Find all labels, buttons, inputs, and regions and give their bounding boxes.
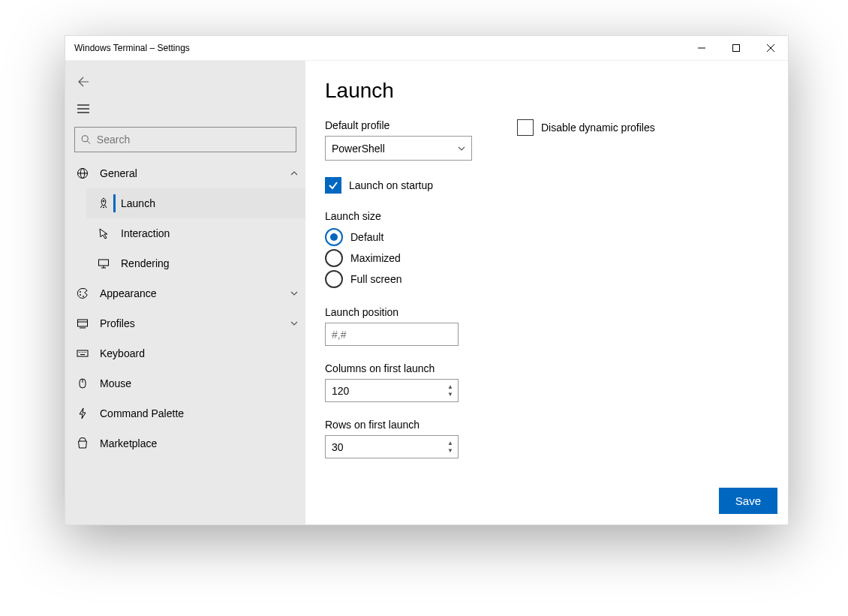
- nav-item-mouse[interactable]: Mouse: [65, 368, 305, 398]
- nav-label: Command Palette: [100, 407, 305, 419]
- rows-spinner[interactable]: 30 ▲▼: [325, 435, 459, 458]
- launch-size-fullscreen[interactable]: Full screen: [325, 269, 472, 290]
- nav-label: Appearance: [100, 287, 283, 299]
- launch-size-default[interactable]: Default: [325, 227, 472, 248]
- radio-default[interactable]: [325, 228, 343, 246]
- check-icon: [328, 180, 338, 191]
- profiles-icon: [76, 317, 89, 329]
- search-icon: [81, 134, 91, 145]
- nav-label: Profiles: [100, 317, 283, 329]
- search-input[interactable]: [95, 133, 290, 146]
- titlebar: Windows Terminal – Settings: [65, 36, 788, 61]
- rows-label: Rows on first launch: [325, 419, 472, 431]
- svg-rect-19: [78, 320, 88, 326]
- svg-rect-1: [733, 45, 740, 52]
- search-container: [74, 127, 296, 152]
- chevron-up-icon: [283, 170, 305, 177]
- svg-point-16: [80, 291, 81, 293]
- svg-rect-13: [99, 260, 109, 266]
- nav-item-marketplace[interactable]: Marketplace: [65, 428, 305, 458]
- nav-item-launch[interactable]: Launch: [86, 188, 305, 218]
- nav-label: Marketplace: [100, 437, 305, 449]
- rows-value: 30: [332, 441, 443, 453]
- cursor-icon: [97, 227, 110, 239]
- command-icon: [76, 407, 89, 419]
- nav-label: Keyboard: [100, 347, 305, 359]
- disable-dynamic-profiles-label: Disable dynamic profiles: [541, 122, 655, 134]
- nav-item-profiles[interactable]: Profiles: [65, 308, 305, 338]
- nav-general-children: Launch Interaction Rendering: [65, 188, 305, 278]
- palette-icon: [76, 287, 89, 299]
- window-body: General Launch: [65, 61, 788, 524]
- form-left-column: Default profile PowerShell Launch on sta…: [325, 119, 472, 458]
- columns-spinner[interactable]: 120 ▲▼: [325, 379, 459, 402]
- svg-point-12: [103, 200, 104, 202]
- default-profile-select[interactable]: PowerShell: [325, 136, 472, 161]
- default-profile-value: PowerShell: [332, 143, 458, 155]
- form-area: Default profile PowerShell Launch on sta…: [325, 119, 768, 458]
- spinner-down-icon[interactable]: ▼: [447, 392, 453, 398]
- launch-on-startup-checkbox[interactable]: [325, 177, 341, 194]
- disable-dynamic-profiles-checkbox[interactable]: [517, 119, 534, 136]
- launch-size-maximized[interactable]: Maximized: [325, 248, 472, 269]
- window-title: Windows Terminal – Settings: [74, 43, 190, 53]
- spinner-up-icon[interactable]: ▲: [447, 384, 453, 390]
- nav: General Launch: [65, 158, 305, 524]
- chevron-down-icon: [283, 320, 305, 327]
- keyboard-icon: [76, 347, 89, 359]
- marketplace-icon: [76, 437, 89, 449]
- close-button[interactable]: [753, 36, 788, 60]
- content-pane: Launch Default profile PowerShell: [305, 61, 788, 524]
- launch-size-label: Launch size: [325, 210, 472, 222]
- svg-point-17: [80, 294, 81, 296]
- radio-maximized[interactable]: [325, 249, 343, 267]
- monitor-icon: [97, 257, 110, 269]
- nav-item-rendering[interactable]: Rendering: [86, 248, 305, 278]
- sidebar: General Launch: [65, 61, 305, 524]
- radio-fullscreen[interactable]: [325, 270, 343, 288]
- radio-label: Maximized: [350, 252, 401, 264]
- radio-label: Default: [350, 231, 383, 243]
- rocket-icon: [97, 197, 110, 209]
- spinner-up-icon[interactable]: ▲: [447, 440, 453, 446]
- hamburger-button[interactable]: [68, 95, 98, 122]
- maximize-button[interactable]: [719, 36, 753, 60]
- save-button[interactable]: Save: [719, 488, 777, 514]
- svg-point-7: [82, 136, 88, 142]
- globe-icon: [76, 167, 89, 179]
- nav-item-appearance[interactable]: Appearance: [65, 278, 305, 308]
- nav-item-keyboard[interactable]: Keyboard: [65, 338, 305, 368]
- svg-point-18: [83, 296, 84, 297]
- chevron-down-icon: [458, 143, 465, 155]
- page-title: Launch: [325, 79, 768, 103]
- columns-label: Columns on first launch: [325, 362, 472, 374]
- mouse-icon: [76, 377, 89, 389]
- disable-dynamic-profiles-row[interactable]: Disable dynamic profiles: [517, 119, 655, 136]
- nav-label: Rendering: [121, 257, 305, 269]
- spinner-down-icon[interactable]: ▼: [447, 448, 453, 454]
- nav-label: General: [100, 167, 283, 179]
- nav-item-command-palette[interactable]: Command Palette: [65, 398, 305, 428]
- hamburger-icon: [77, 104, 89, 113]
- search-box[interactable]: [74, 127, 296, 152]
- spinner-buttons[interactable]: ▲▼: [443, 440, 458, 454]
- launch-position-label: Launch position: [325, 306, 472, 318]
- launch-position-input[interactable]: [325, 323, 459, 346]
- close-icon: [767, 44, 774, 52]
- chevron-down-icon: [283, 290, 305, 297]
- minimize-button[interactable]: [684, 36, 719, 60]
- svg-line-8: [87, 141, 90, 144]
- maximize-icon: [732, 44, 740, 52]
- spinner-buttons[interactable]: ▲▼: [443, 384, 458, 398]
- minimize-icon: [698, 44, 705, 52]
- svg-rect-22: [77, 350, 88, 356]
- back-arrow-icon: [77, 76, 89, 88]
- launch-on-startup-label: Launch on startup: [349, 179, 433, 191]
- launch-on-startup-row[interactable]: Launch on startup: [325, 177, 472, 194]
- nav-item-general[interactable]: General: [65, 158, 305, 188]
- settings-window: Windows Terminal – Settings: [65, 35, 789, 525]
- default-profile-label: Default profile: [325, 119, 472, 131]
- nav-item-interaction[interactable]: Interaction: [86, 218, 305, 248]
- back-button[interactable]: [68, 68, 98, 95]
- columns-value: 120: [332, 385, 443, 397]
